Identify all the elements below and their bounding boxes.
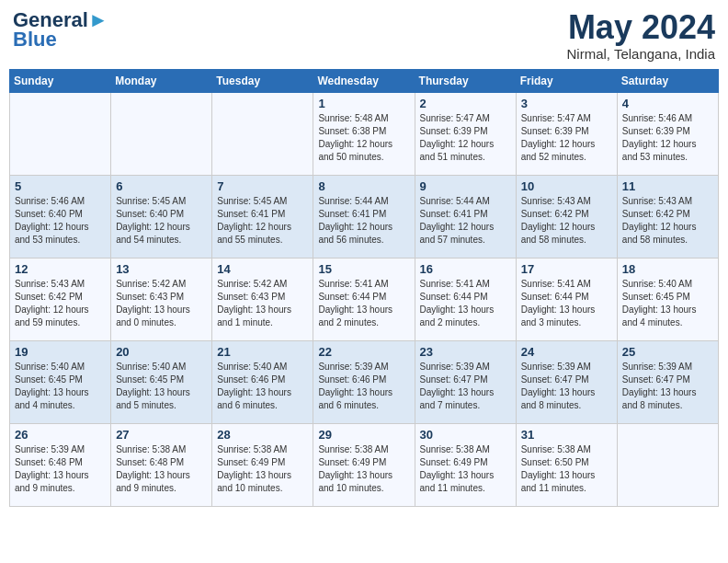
logo: General► Blue xyxy=(13,9,108,52)
day-number: 16 xyxy=(420,262,511,276)
calendar-cell xyxy=(212,92,313,175)
calendar-cell: 27Sunrise: 5:38 AM Sunset: 6:48 PM Dayli… xyxy=(111,423,212,506)
day-number: 9 xyxy=(420,179,511,193)
day-info: Sunrise: 5:38 AM Sunset: 6:48 PM Dayligh… xyxy=(116,443,207,495)
weekday-header-friday: Friday xyxy=(516,69,617,92)
day-info: Sunrise: 5:40 AM Sunset: 6:46 PM Dayligh… xyxy=(217,361,308,412)
calendar-cell: 19Sunrise: 5:40 AM Sunset: 6:45 PM Dayli… xyxy=(10,340,111,423)
day-number: 27 xyxy=(116,428,207,442)
day-number: 25 xyxy=(622,345,713,359)
calendar-cell: 17Sunrise: 5:41 AM Sunset: 6:44 PM Dayli… xyxy=(516,258,617,340)
day-number: 20 xyxy=(116,345,207,359)
day-number: 17 xyxy=(521,262,612,276)
week-row-1: 1Sunrise: 5:48 AM Sunset: 6:38 PM Daylig… xyxy=(10,92,719,175)
calendar-cell: 3Sunrise: 5:47 AM Sunset: 6:39 PM Daylig… xyxy=(516,92,617,175)
calendar-cell: 29Sunrise: 5:38 AM Sunset: 6:49 PM Dayli… xyxy=(313,423,415,506)
day-number: 23 xyxy=(420,345,511,359)
week-row-4: 19Sunrise: 5:40 AM Sunset: 6:45 PM Dayli… xyxy=(10,340,719,423)
day-info: Sunrise: 5:38 AM Sunset: 6:49 PM Dayligh… xyxy=(318,443,409,495)
day-info: Sunrise: 5:40 AM Sunset: 6:45 PM Dayligh… xyxy=(622,278,713,329)
day-number: 6 xyxy=(116,179,207,193)
day-info: Sunrise: 5:43 AM Sunset: 6:42 PM Dayligh… xyxy=(15,278,106,329)
day-info: Sunrise: 5:38 AM Sunset: 6:49 PM Dayligh… xyxy=(420,443,511,495)
calendar-cell: 15Sunrise: 5:41 AM Sunset: 6:44 PM Dayli… xyxy=(313,258,415,340)
calendar-cell: 25Sunrise: 5:39 AM Sunset: 6:47 PM Dayli… xyxy=(617,340,718,423)
calendar-cell: 12Sunrise: 5:43 AM Sunset: 6:42 PM Dayli… xyxy=(10,258,111,340)
day-info: Sunrise: 5:39 AM Sunset: 6:47 PM Dayligh… xyxy=(521,361,612,412)
page-header: General► Blue May 2024 Nirmal, Telangana… xyxy=(9,9,719,62)
calendar-cell: 26Sunrise: 5:39 AM Sunset: 6:48 PM Dayli… xyxy=(10,423,111,506)
calendar-cell: 14Sunrise: 5:42 AM Sunset: 6:43 PM Dayli… xyxy=(212,258,313,340)
day-number: 30 xyxy=(420,428,511,442)
calendar-cell: 24Sunrise: 5:39 AM Sunset: 6:47 PM Dayli… xyxy=(516,340,617,423)
day-info: Sunrise: 5:40 AM Sunset: 6:45 PM Dayligh… xyxy=(116,361,207,412)
day-number: 26 xyxy=(15,428,106,442)
day-info: Sunrise: 5:43 AM Sunset: 6:42 PM Dayligh… xyxy=(622,195,713,247)
calendar-cell: 31Sunrise: 5:38 AM Sunset: 6:50 PM Dayli… xyxy=(516,423,617,506)
day-info: Sunrise: 5:48 AM Sunset: 6:38 PM Dayligh… xyxy=(318,112,409,164)
calendar-cell: 8Sunrise: 5:44 AM Sunset: 6:41 PM Daylig… xyxy=(313,175,415,258)
day-number: 8 xyxy=(318,179,409,193)
day-number: 28 xyxy=(217,428,308,442)
day-info: Sunrise: 5:45 AM Sunset: 6:40 PM Dayligh… xyxy=(116,195,207,247)
calendar-cell: 10Sunrise: 5:43 AM Sunset: 6:42 PM Dayli… xyxy=(516,175,617,258)
logo-blue: Blue xyxy=(13,28,57,52)
day-info: Sunrise: 5:41 AM Sunset: 6:44 PM Dayligh… xyxy=(420,278,511,329)
day-info: Sunrise: 5:42 AM Sunset: 6:43 PM Dayligh… xyxy=(116,278,207,329)
day-number: 24 xyxy=(521,345,612,359)
calendar-cell: 13Sunrise: 5:42 AM Sunset: 6:43 PM Dayli… xyxy=(111,258,212,340)
day-info: Sunrise: 5:40 AM Sunset: 6:45 PM Dayligh… xyxy=(15,361,106,412)
calendar-cell: 7Sunrise: 5:45 AM Sunset: 6:41 PM Daylig… xyxy=(212,175,313,258)
calendar-cell: 2Sunrise: 5:47 AM Sunset: 6:39 PM Daylig… xyxy=(415,92,516,175)
day-number: 18 xyxy=(622,262,713,276)
day-number: 10 xyxy=(521,179,612,193)
day-info: Sunrise: 5:41 AM Sunset: 6:44 PM Dayligh… xyxy=(521,278,612,329)
day-number: 22 xyxy=(318,345,409,359)
calendar-cell: 16Sunrise: 5:41 AM Sunset: 6:44 PM Dayli… xyxy=(415,258,516,340)
day-number: 13 xyxy=(116,262,207,276)
day-info: Sunrise: 5:42 AM Sunset: 6:43 PM Dayligh… xyxy=(217,278,308,329)
day-info: Sunrise: 5:41 AM Sunset: 6:44 PM Dayligh… xyxy=(318,278,409,329)
calendar-cell: 11Sunrise: 5:43 AM Sunset: 6:42 PM Dayli… xyxy=(617,175,718,258)
calendar-cell: 9Sunrise: 5:44 AM Sunset: 6:41 PM Daylig… xyxy=(415,175,516,258)
day-number: 1 xyxy=(318,97,409,110)
day-info: Sunrise: 5:39 AM Sunset: 6:47 PM Dayligh… xyxy=(622,361,713,412)
calendar-cell: 23Sunrise: 5:39 AM Sunset: 6:47 PM Dayli… xyxy=(415,340,516,423)
day-number: 21 xyxy=(217,345,308,359)
title-area: May 2024 Nirmal, Telangana, India xyxy=(567,9,715,62)
day-number: 7 xyxy=(217,179,308,193)
day-number: 12 xyxy=(15,262,106,276)
calendar-cell: 4Sunrise: 5:46 AM Sunset: 6:39 PM Daylig… xyxy=(617,92,718,175)
day-number: 31 xyxy=(521,428,612,442)
calendar-cell: 6Sunrise: 5:45 AM Sunset: 6:40 PM Daylig… xyxy=(111,175,212,258)
day-number: 4 xyxy=(622,97,713,110)
day-info: Sunrise: 5:39 AM Sunset: 6:46 PM Dayligh… xyxy=(318,361,409,412)
calendar-cell xyxy=(111,92,212,175)
day-info: Sunrise: 5:46 AM Sunset: 6:40 PM Dayligh… xyxy=(15,195,106,247)
weekday-header-tuesday: Tuesday xyxy=(212,69,313,92)
calendar-cell: 22Sunrise: 5:39 AM Sunset: 6:46 PM Dayli… xyxy=(313,340,415,423)
day-number: 11 xyxy=(622,179,713,193)
calendar-cell xyxy=(617,423,718,506)
weekday-header-row: SundayMondayTuesdayWednesdayThursdayFrid… xyxy=(10,69,719,92)
day-info: Sunrise: 5:44 AM Sunset: 6:41 PM Dayligh… xyxy=(420,195,511,247)
day-info: Sunrise: 5:43 AM Sunset: 6:42 PM Dayligh… xyxy=(521,195,612,247)
calendar-table: SundayMondayTuesdayWednesdayThursdayFrid… xyxy=(9,69,719,507)
calendar-cell: 30Sunrise: 5:38 AM Sunset: 6:49 PM Dayli… xyxy=(415,423,516,506)
weekday-header-sunday: Sunday xyxy=(10,69,111,92)
day-info: Sunrise: 5:38 AM Sunset: 6:49 PM Dayligh… xyxy=(217,443,308,495)
day-info: Sunrise: 5:46 AM Sunset: 6:39 PM Dayligh… xyxy=(622,112,713,164)
week-row-2: 5Sunrise: 5:46 AM Sunset: 6:40 PM Daylig… xyxy=(10,175,719,258)
day-info: Sunrise: 5:45 AM Sunset: 6:41 PM Dayligh… xyxy=(217,195,308,247)
day-info: Sunrise: 5:47 AM Sunset: 6:39 PM Dayligh… xyxy=(521,112,612,164)
day-info: Sunrise: 5:44 AM Sunset: 6:41 PM Dayligh… xyxy=(318,195,409,247)
calendar-cell: 18Sunrise: 5:40 AM Sunset: 6:45 PM Dayli… xyxy=(617,258,718,340)
day-info: Sunrise: 5:38 AM Sunset: 6:50 PM Dayligh… xyxy=(521,443,612,495)
calendar-cell: 5Sunrise: 5:46 AM Sunset: 6:40 PM Daylig… xyxy=(10,175,111,258)
week-row-3: 12Sunrise: 5:43 AM Sunset: 6:42 PM Dayli… xyxy=(10,258,719,340)
weekday-header-wednesday: Wednesday xyxy=(313,69,415,92)
calendar-cell: 20Sunrise: 5:40 AM Sunset: 6:45 PM Dayli… xyxy=(111,340,212,423)
day-info: Sunrise: 5:47 AM Sunset: 6:39 PM Dayligh… xyxy=(420,112,511,164)
day-info: Sunrise: 5:39 AM Sunset: 6:47 PM Dayligh… xyxy=(420,361,511,412)
day-number: 29 xyxy=(318,428,409,442)
